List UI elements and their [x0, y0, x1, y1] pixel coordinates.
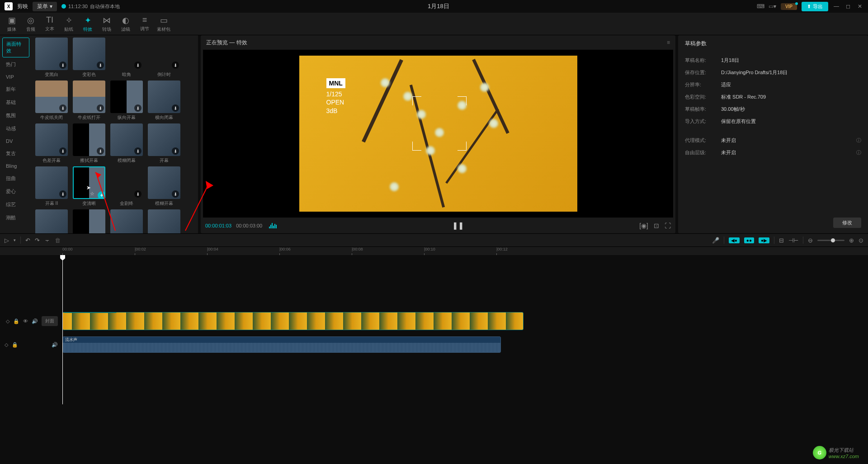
- effect-thumb[interactable]: ⬇: [110, 123, 143, 156]
- tracks[interactable]: 实拍植物开花 00:00:12:19 流水声: [62, 255, 868, 391]
- ratio-icon[interactable]: [◉]: [639, 222, 648, 229]
- effect-thumb[interactable]: ⬇: [110, 80, 143, 113]
- effect-item[interactable]: ⬇: [71, 209, 107, 233]
- main-tab-特效[interactable]: ✦特效: [78, 13, 97, 35]
- export-button[interactable]: ⬆导出: [802, 2, 828, 11]
- zoom-fit-button[interactable]: ⊙: [859, 237, 863, 244]
- effect-item[interactable]: ⬇擦拭开幕: [71, 123, 107, 164]
- effect-thumb[interactable]: ⬇: [35, 209, 68, 233]
- audio-icon[interactable]: 🔊: [52, 342, 58, 348]
- effect-thumb[interactable]: ⬇: [73, 209, 105, 233]
- effect-item[interactable]: ⬇暗角: [109, 38, 144, 78]
- effect-thumb[interactable]: ⬇: [148, 166, 180, 199]
- category-DV[interactable]: DV: [2, 136, 29, 147]
- layout-icon[interactable]: ▭▾: [769, 3, 776, 10]
- mute-icon[interactable]: ◇: [5, 342, 8, 348]
- download-icon[interactable]: ⬇: [134, 104, 142, 112]
- effect-thumb[interactable]: ⬇: [35, 80, 68, 113]
- effect-thumb[interactable]: ⬇: [110, 209, 143, 233]
- main-tab-音频[interactable]: ◎音频: [21, 13, 40, 35]
- effect-item[interactable]: ⬇倒计时: [146, 38, 182, 78]
- close-button[interactable]: ✕: [856, 3, 863, 10]
- main-tab-媒体[interactable]: ▣媒体: [2, 13, 21, 35]
- main-tab-贴纸[interactable]: ✧贴纸: [59, 13, 78, 35]
- effect-thumb[interactable]: ⬇: [73, 80, 105, 113]
- info-icon[interactable]: ⓘ: [856, 137, 861, 144]
- effect-item[interactable]: ⬇开幕: [146, 123, 182, 164]
- timeline-ruler[interactable]: 00:00|00:02|00:04|00:06|00:08|00:10|00:1…: [0, 247, 868, 255]
- maximize-button[interactable]: ◻: [844, 3, 852, 10]
- main-tab-调节[interactable]: ≡调节: [135, 13, 154, 34]
- effect-thumb[interactable]: ⬇: [148, 38, 180, 70]
- keyboard-icon[interactable]: ⌨: [757, 3, 764, 10]
- dropdown-icon[interactable]: ▾: [14, 238, 16, 242]
- effect-item[interactable]: ⬇变黑白: [34, 38, 69, 78]
- zoom-out-button[interactable]: ⊖: [808, 237, 813, 244]
- pointer-tool-icon[interactable]: ▷: [5, 237, 9, 244]
- effect-item[interactable]: ⬇模糊开幕: [146, 166, 182, 207]
- minimize-button[interactable]: —: [833, 3, 840, 10]
- effect-thumb[interactable]: ⬇: [110, 38, 143, 70]
- magnet-left-icon[interactable]: ◀●: [729, 237, 740, 243]
- effect-thumb[interactable]: ⬇: [35, 166, 68, 199]
- download-icon[interactable]: ⬇: [172, 190, 179, 198]
- category-动感[interactable]: 动感: [2, 123, 29, 135]
- category-扭曲[interactable]: 扭曲: [2, 172, 29, 185]
- download-icon[interactable]: ⬇: [59, 62, 66, 69]
- download-icon[interactable]: ⬇: [97, 104, 104, 112]
- category-热门[interactable]: 热门: [2, 58, 29, 71]
- download-icon[interactable]: ⬇: [172, 62, 179, 69]
- zoom-in-button[interactable]: ⊕: [849, 237, 854, 244]
- modify-button[interactable]: 修改: [833, 218, 861, 228]
- visible-icon[interactable]: 👁: [23, 318, 28, 324]
- star-icon[interactable]: ☆: [90, 191, 94, 197]
- effect-thumb[interactable]: ⬇: [148, 80, 180, 113]
- download-icon[interactable]: ⬇: [134, 190, 142, 198]
- download-icon[interactable]: ⬇: [59, 190, 66, 198]
- effect-thumb[interactable]: ⬇: [35, 38, 68, 70]
- effect-item[interactable]: ⬇变彩色: [71, 38, 107, 78]
- mic-icon[interactable]: 🎤: [712, 237, 719, 244]
- download-icon[interactable]: ⬇: [97, 147, 104, 155]
- lock-icon[interactable]: 🔒: [13, 318, 19, 324]
- download-icon[interactable]: ⬇: [172, 147, 179, 155]
- effect-thumb[interactable]: ☆+➤: [73, 166, 105, 199]
- effect-item[interactable]: ⬇模糊闭幕: [109, 123, 144, 164]
- main-tab-转场[interactable]: ⋈转场: [97, 13, 116, 35]
- add-icon[interactable]: +: [98, 191, 105, 199]
- effect-thumb[interactable]: ⬇: [73, 38, 105, 70]
- download-icon[interactable]: ⬇: [59, 147, 66, 155]
- lock-icon[interactable]: 🔒: [12, 342, 18, 348]
- category-潮酷[interactable]: 潮酷: [2, 212, 29, 224]
- category-氛围[interactable]: 氛围: [2, 109, 29, 122]
- category-基础[interactable]: 基础: [2, 96, 29, 109]
- category-Bling[interactable]: Bling: [2, 161, 29, 171]
- preview-icon[interactable]: ⊣⊢: [788, 237, 798, 244]
- preview-viewport[interactable]: MNL 1/125 OPEN 3dB: [203, 50, 673, 218]
- audio-track[interactable]: 流水声: [62, 333, 868, 356]
- effect-item[interactable]: ⬇横向闭幕: [146, 80, 182, 121]
- preview-menu-icon[interactable]: ≡: [667, 39, 670, 46]
- magnet-center-icon[interactable]: ●●: [744, 237, 754, 243]
- category-爱心[interactable]: 爱心: [2, 185, 29, 198]
- effect-thumb[interactable]: ⬇: [148, 209, 180, 233]
- effect-item[interactable]: ⬇: [109, 209, 144, 233]
- category-VIP[interactable]: VIP: [2, 71, 29, 82]
- effect-item[interactable]: ⬇色差开幕: [34, 123, 69, 164]
- download-icon[interactable]: ⬇: [172, 104, 179, 112]
- audio-icon[interactable]: 🔊: [32, 318, 38, 324]
- effect-thumb[interactable]: ⬇: [148, 123, 180, 156]
- menu-button[interactable]: 菜单 ▾: [33, 2, 57, 11]
- playhead[interactable]: [62, 255, 63, 404]
- fullscreen-icon[interactable]: ⛶: [665, 222, 671, 229]
- effect-item[interactable]: ⬇: [146, 209, 182, 233]
- mute-icon[interactable]: ◇: [6, 318, 9, 324]
- effect-item[interactable]: ⬇纵向开幕: [109, 80, 144, 121]
- effect-item[interactable]: ⬇牛皮纸关闭: [34, 80, 69, 121]
- download-icon[interactable]: ⬇: [97, 62, 104, 69]
- video-clip[interactable]: 实拍植物开花 00:00:12:19: [62, 312, 524, 330]
- zoom-slider[interactable]: [817, 240, 844, 241]
- category-画面特效[interactable]: 画面特效: [2, 38, 29, 57]
- cover-button[interactable]: 封面: [42, 316, 58, 326]
- main-tab-素材包[interactable]: ▭素材包: [154, 13, 173, 35]
